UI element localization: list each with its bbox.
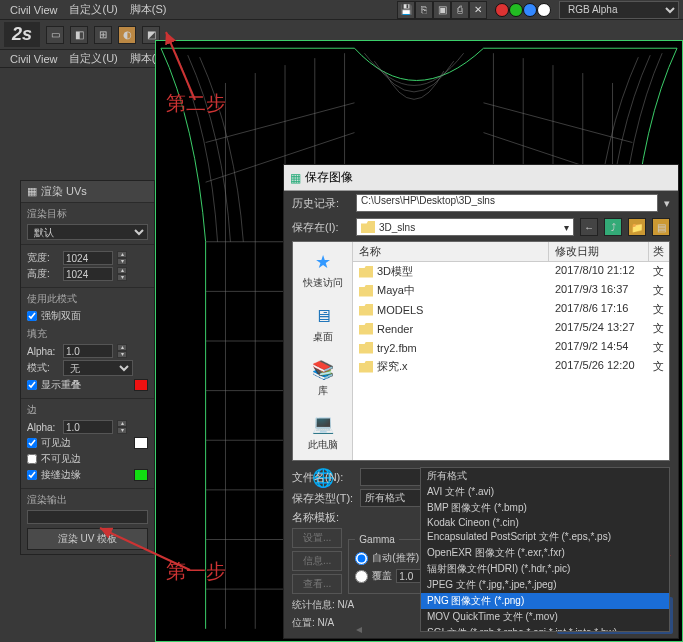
- height-down[interactable]: ▾: [117, 274, 127, 281]
- viewmenu-icon[interactable]: ▤: [652, 218, 670, 236]
- file-list[interactable]: 名称 修改日期 类 3D模型2017/8/10 21:12文Maya中2017/…: [353, 242, 669, 460]
- history-combobox[interactable]: C:\Users\HP\Desktop\3D_slns: [356, 194, 658, 212]
- alpha-down[interactable]: ▾: [117, 351, 127, 358]
- alpha2-input[interactable]: [63, 420, 113, 434]
- up-icon[interactable]: ⤴: [604, 218, 622, 236]
- visible-checkbox[interactable]: [27, 438, 37, 448]
- show-overlap-checkbox[interactable]: [27, 380, 37, 390]
- print-icon[interactable]: ⎙: [451, 1, 469, 19]
- output-path-input[interactable]: [27, 510, 148, 524]
- preset-dropdown[interactable]: 默认: [27, 224, 148, 240]
- format-option[interactable]: AVI 文件 (*.avi): [421, 484, 669, 500]
- format-option[interactable]: OpenEXR 图像文件 (*.exr,*.fxr): [421, 545, 669, 561]
- invisible-checkbox[interactable]: [27, 454, 37, 464]
- alpha-input[interactable]: [63, 344, 113, 358]
- history-dropdown-icon[interactable]: ▾: [664, 197, 670, 210]
- gamma-legend: Gamma: [355, 534, 399, 545]
- menu-custom[interactable]: 自定义(U): [63, 0, 123, 19]
- sidebar-thispc[interactable]: 💻此电脑: [308, 412, 338, 452]
- channel-blue-icon[interactable]: [523, 3, 537, 17]
- file-row[interactable]: 探究.x2017/5/26 12:20文: [353, 357, 669, 376]
- gamma-override-radio[interactable]: [355, 570, 368, 583]
- sidebar-desktop[interactable]: 🖥桌面: [309, 304, 337, 344]
- view-button[interactable]: 查看...: [292, 574, 342, 594]
- format-option[interactable]: MOV QuickTime 文件 (*.mov): [421, 609, 669, 625]
- format-option[interactable]: Encapsulated PostScript 文件 (*.eps,*.ps): [421, 529, 669, 545]
- height-label: 高度:: [27, 267, 59, 281]
- clear-icon[interactable]: ✕: [469, 1, 487, 19]
- alpha2-down[interactable]: ▾: [117, 427, 127, 434]
- menu-custom-2[interactable]: 自定义(U): [63, 49, 123, 68]
- height-input[interactable]: [63, 267, 113, 281]
- format-option[interactable]: BMP 图像文件 (*.bmp): [421, 500, 669, 516]
- tool-icon-3[interactable]: ⊞: [94, 26, 112, 44]
- channel-green-icon[interactable]: [509, 3, 523, 17]
- copy-icon[interactable]: ⎘: [415, 1, 433, 19]
- file-row[interactable]: 3D模型2017/8/10 21:12文: [353, 262, 669, 281]
- tool-icon-2[interactable]: ◧: [70, 26, 88, 44]
- format-option[interactable]: 辐射图像文件(HDRI) (*.hdr,*.pic): [421, 561, 669, 577]
- savein-label: 保存在(I):: [292, 220, 350, 235]
- height-up[interactable]: ▴: [117, 267, 127, 274]
- save-image-icon[interactable]: 💾: [397, 1, 415, 19]
- width-down[interactable]: ▾: [117, 258, 127, 265]
- dialog-title: 保存图像: [305, 169, 353, 186]
- format-option[interactable]: JPEG 文件 (*.jpg,*.jpe,*.jpeg): [421, 577, 669, 593]
- format-option[interactable]: PNG 图像文件 (*.png): [421, 593, 669, 609]
- menu-script[interactable]: 脚本(S): [124, 0, 173, 19]
- width-input[interactable]: [63, 251, 113, 265]
- gamma-auto-radio[interactable]: [355, 552, 368, 565]
- format-dropdown-list[interactable]: 所有格式AVI 文件 (*.avi)BMP 图像文件 (*.bmp)Kodak …: [420, 467, 670, 632]
- format-option[interactable]: Kodak Cineon (*.cin): [421, 516, 669, 529]
- seam-checkbox[interactable]: [27, 470, 37, 480]
- file-row[interactable]: Render2017/5/24 13:27文: [353, 319, 669, 338]
- step2-label: 第二步: [166, 90, 226, 117]
- fill-header: 填充: [27, 327, 148, 341]
- seam-swatch[interactable]: [134, 469, 148, 481]
- col-date[interactable]: 修改日期: [549, 242, 649, 261]
- channel-red-icon[interactable]: [495, 3, 509, 17]
- tool-icon-1[interactable]: ▭: [46, 26, 64, 44]
- newfolder-icon[interactable]: 📁: [628, 218, 646, 236]
- visible-label: 可见边: [41, 436, 71, 450]
- back-icon[interactable]: ←: [580, 218, 598, 236]
- menu-civil-view-2[interactable]: Civil View: [4, 51, 63, 67]
- menu-civil-view[interactable]: Civil View: [4, 2, 63, 18]
- mode-dropdown[interactable]: 无: [63, 360, 133, 376]
- visible-swatch[interactable]: [134, 437, 148, 449]
- sidebar-library[interactable]: 📚库: [309, 358, 337, 398]
- clone-icon[interactable]: ▣: [433, 1, 451, 19]
- format-option[interactable]: 所有格式: [421, 468, 669, 484]
- channel-alpha-icon[interactable]: [537, 3, 551, 17]
- tool-icon-4[interactable]: ◐: [118, 26, 136, 44]
- col-type[interactable]: 类: [649, 242, 669, 261]
- format-option[interactable]: SGI 文件 (*.rgb,*.rgba,*.sgi,*.int,*.inta,…: [421, 625, 669, 632]
- col-name[interactable]: 名称: [353, 242, 549, 261]
- file-row[interactable]: MODELS2017/8/6 17:16文: [353, 300, 669, 319]
- stats-label: 统计信息:: [292, 599, 335, 610]
- force-2side-label: 强制双面: [41, 309, 81, 323]
- places-sidebar: ★快速访问 🖥桌面 📚库 💻此电脑 🌐网络: [293, 242, 353, 460]
- sidebar-quick[interactable]: ★快速访问: [303, 250, 343, 290]
- alpha-up[interactable]: ▴: [117, 344, 127, 351]
- file-row[interactable]: try2.fbm2017/9/2 14:54文: [353, 338, 669, 357]
- panel-title: 渲染 UVs: [41, 184, 87, 199]
- dialog-icon: ▦: [290, 171, 301, 185]
- savein-combobox[interactable]: 3D_slns▾: [356, 218, 574, 236]
- width-up[interactable]: ▴: [117, 251, 127, 258]
- step1-label: 第一步: [166, 558, 226, 585]
- info-button[interactable]: 信息...: [292, 551, 342, 571]
- alpha2-up[interactable]: ▴: [117, 420, 127, 427]
- setup-button[interactable]: 设置...: [292, 528, 342, 548]
- overlap-swatch[interactable]: [134, 379, 148, 391]
- file-row[interactable]: Maya中2017/9/3 16:37文: [353, 281, 669, 300]
- alpha-label: Alpha:: [27, 346, 59, 357]
- channel-dropdown[interactable]: RGB Alpha: [559, 1, 679, 19]
- loc-label: 位置:: [292, 617, 315, 628]
- folder-icon: [361, 221, 375, 233]
- seam-label: 接缝边缘: [41, 468, 81, 482]
- force-2side-checkbox[interactable]: [27, 311, 37, 321]
- render-uv-button[interactable]: 渲染 UV 模板: [27, 528, 148, 550]
- folder-icon: [359, 285, 373, 297]
- folder-icon: [359, 266, 373, 278]
